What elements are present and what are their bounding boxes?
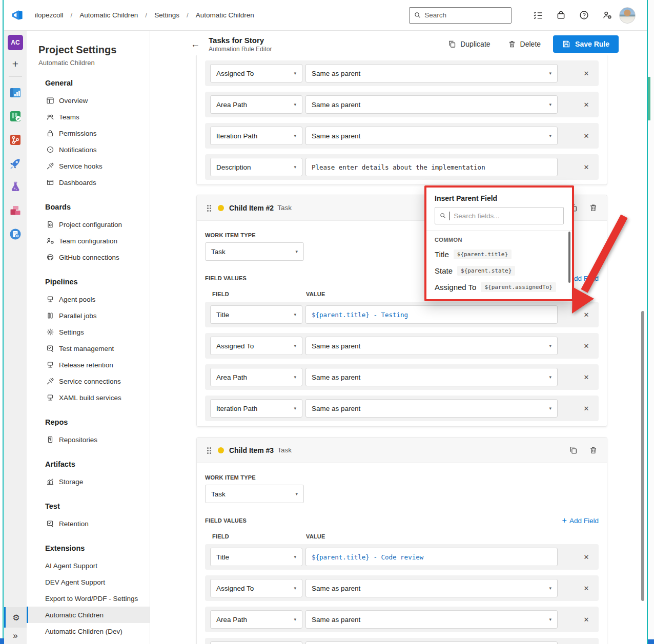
rail-item-boards[interactable] — [4, 105, 27, 128]
rail-item-test-plans[interactable] — [4, 175, 27, 199]
sidebar-item-release-retention[interactable]: Release retention — [27, 357, 150, 373]
sidebar-item-agent-pools[interactable]: Agent pools — [27, 291, 150, 307]
my-work-items-icon[interactable] — [533, 10, 543, 20]
sidebar-item-automatic-children-dev[interactable]: Automatic Children (Dev) — [27, 623, 150, 639]
marketplace-bag-icon[interactable] — [556, 10, 566, 20]
work-item-type-select[interactable]: Task ▾ — [205, 485, 304, 503]
sidebar-item-project-configuration[interactable]: Project configuration — [27, 216, 150, 233]
copy-icon[interactable] — [569, 446, 578, 454]
field-select[interactable]: Title ▾ — [210, 305, 302, 324]
sidebar-item-dashboards[interactable]: Dashboards — [27, 174, 150, 191]
remove-row-button[interactable]: ✕ — [579, 163, 594, 171]
sidebar-item-pipeline-settings[interactable]: Settings — [27, 324, 150, 340]
remove-row-button[interactable]: ✕ — [579, 553, 594, 561]
sidebar-item-automatic-children[interactable]: Automatic Children — [27, 607, 150, 623]
user-avatar[interactable] — [619, 7, 636, 24]
sidebar-item-overview[interactable]: Overview — [27, 92, 150, 109]
sidebar-item-github-connections[interactable]: GitHub connections — [27, 249, 150, 265]
main-scrollbar[interactable] — [641, 311, 644, 601]
field-select[interactable]: Iteration Path ▾ — [210, 641, 302, 644]
sidebar-item-test-management[interactable]: Test management — [27, 340, 150, 357]
sidebar-item-team-configuration[interactable]: Team configuration — [27, 233, 150, 249]
sidebar-item-xaml-build-services[interactable]: XAML build services — [27, 389, 150, 406]
sidebar-item-notifications[interactable]: Notifications — [27, 141, 150, 158]
field-select[interactable]: Assigned To ▾ — [210, 579, 302, 597]
remove-row-button[interactable]: ✕ — [579, 405, 594, 412]
delete-button[interactable]: Delete — [508, 40, 541, 48]
remove-row-button[interactable]: ✕ — [579, 70, 594, 77]
save-rule-button[interactable]: Save Rule — [553, 35, 619, 53]
remove-row-button[interactable]: ✕ — [579, 342, 594, 350]
value-input[interactable]: ${parent.title} - Testing — [305, 305, 558, 324]
sidebar-item-export-word-pdf[interactable]: Export to Word/PDF - Settings — [27, 590, 150, 607]
expand-rail-icon[interactable]: » — [13, 628, 17, 644]
remove-row-button[interactable]: ✕ — [579, 585, 594, 592]
value-select[interactable]: Same as parent ▾ — [305, 399, 558, 418]
drag-handle-icon[interactable] — [207, 205, 209, 206]
sidebar-item-service-hooks[interactable]: Service hooks — [27, 158, 150, 174]
sidebar-item-service-connections[interactable]: Service connections — [27, 373, 150, 389]
duplicate-button[interactable]: Duplicate — [448, 40, 490, 48]
breadcrumb-settings[interactable]: Settings — [154, 11, 179, 19]
rail-item-project-settings-doc[interactable] — [4, 222, 27, 246]
search-input[interactable] — [424, 11, 506, 19]
field-select[interactable]: Area Path ▾ — [210, 610, 302, 629]
rail-item-artifacts[interactable] — [4, 199, 27, 222]
project-avatar[interactable]: AC — [8, 35, 23, 50]
popup-item-title[interactable]: Title ${parent.title} — [435, 250, 564, 259]
popup-item-state[interactable]: State ${parent.state} — [435, 266, 564, 276]
work-item-type-select[interactable]: Task ▾ — [205, 242, 304, 261]
value-select[interactable]: Same as parent ▾ — [305, 64, 558, 82]
field-select[interactable]: Iteration Path ▾ — [210, 399, 302, 418]
back-button[interactable]: ← — [191, 39, 200, 50]
value-select[interactable]: Same as parent ▾ — [305, 641, 558, 644]
field-select[interactable]: Assigned To ▾ — [210, 337, 302, 355]
sidebar-item-teams[interactable]: Teams — [27, 109, 150, 125]
field-select[interactable]: Title ▾ — [210, 548, 302, 566]
value-select[interactable]: Same as parent ▾ — [305, 95, 558, 114]
value-input[interactable]: ${parent.title} - Code review — [305, 548, 558, 566]
sidebar-item-retention[interactable]: Retention — [27, 515, 150, 532]
remove-row-button[interactable]: ✕ — [579, 132, 594, 140]
drag-handle-icon[interactable] — [207, 447, 209, 449]
popup-search-box[interactable] — [435, 207, 564, 224]
rail-item-repos[interactable] — [4, 128, 27, 152]
rail-item-pipelines[interactable] — [4, 152, 27, 175]
sidebar-item-label: Service hooks — [59, 162, 103, 170]
remove-row-button[interactable]: ✕ — [579, 373, 594, 381]
value-select[interactable]: Same as parent ▾ — [305, 610, 558, 629]
field-select[interactable]: Area Path ▾ — [210, 368, 302, 386]
breadcrumb-page[interactable]: Automatic Children — [196, 11, 254, 19]
sidebar-item-repositories[interactable]: Repositories — [27, 431, 150, 448]
value-select[interactable]: Same as parent ▾ — [305, 368, 558, 386]
popup-item-assigned-to[interactable]: Assigned To ${parent.assignedTo} — [435, 282, 564, 292]
trash-icon[interactable] — [589, 446, 598, 454]
sidebar-item-dev-agent-support[interactable]: DEV Agent Support — [27, 574, 150, 590]
sidebar-item-ai-agent-support[interactable]: AI Agent Support — [27, 557, 150, 574]
remove-row-button[interactable]: ✕ — [579, 101, 594, 109]
rail-item-overview[interactable] — [4, 81, 27, 105]
breadcrumb-project[interactable]: Automatic Children — [79, 11, 138, 19]
project-settings-gear-icon[interactable]: ⚙ — [4, 607, 27, 628]
field-select-value: Title — [216, 553, 229, 561]
help-icon[interactable] — [579, 10, 589, 20]
value-input[interactable]: Please enter details about the implement… — [305, 158, 558, 176]
value-select[interactable]: Same as parent ▾ — [305, 579, 558, 597]
global-search-box[interactable] — [409, 7, 512, 24]
sidebar-item-storage[interactable]: Storage — [27, 473, 150, 490]
add-field-link[interactable]: + Add Field — [562, 516, 599, 525]
user-settings-icon[interactable] — [602, 10, 612, 20]
field-select[interactable]: Description ▾ — [210, 158, 302, 176]
sidebar-item-permissions[interactable]: Permissions — [27, 125, 150, 141]
remove-row-button[interactable]: ✕ — [579, 616, 594, 624]
breadcrumb-org[interactable]: ilopezcoll — [35, 11, 64, 19]
field-select[interactable]: Assigned To ▾ — [210, 64, 302, 82]
popup-search-input[interactable] — [454, 212, 559, 220]
field-select[interactable]: Area Path ▾ — [210, 95, 302, 114]
new-project-button[interactable]: + — [12, 58, 18, 69]
azure-devops-logo-icon[interactable] — [10, 8, 24, 22]
value-select[interactable]: Same as parent ▾ — [305, 127, 558, 145]
sidebar-item-parallel-jobs[interactable]: Parallel jobs — [27, 307, 150, 324]
value-select[interactable]: Same as parent ▾ — [305, 337, 558, 355]
field-select[interactable]: Iteration Path ▾ — [210, 127, 302, 145]
